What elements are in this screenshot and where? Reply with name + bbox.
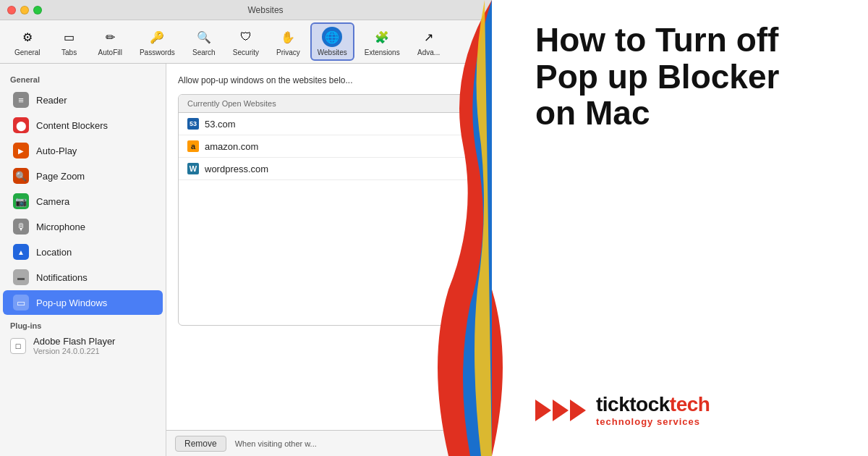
main-description: Allow pop-up windows on the websites bel… — [178, 75, 480, 85]
title-line3: on Mac — [535, 95, 839, 132]
sidebar-item-label-content: Content Blockers — [36, 120, 108, 131]
extensions-icon: 🧩 — [372, 27, 392, 47]
brand-arrow-2 — [553, 400, 569, 421]
toolbar-btn-passwords[interactable]: 🔑 Passwords — [132, 22, 182, 61]
search-icon: 🔍 — [194, 27, 214, 47]
passwords-icon: 🔑 — [147, 27, 167, 47]
minimize-button[interactable] — [20, 6, 29, 14]
table-empty-space — [179, 180, 480, 325]
table-row[interactable]: a amazon.com — [179, 135, 480, 158]
table-row[interactable]: W wordpress.com — [179, 158, 480, 180]
toolbar-btn-general[interactable]: ⚙ General — [7, 22, 48, 61]
site-name-amazon: amazon.com — [205, 141, 258, 152]
table-row[interactable]: 53 53.com — [179, 113, 480, 135]
toolbar-btn-search[interactable]: 🔍 Search — [185, 22, 223, 61]
svg-marker-0 — [535, 400, 551, 421]
sidebar-item-label-camera: Camera — [36, 196, 69, 207]
brand-text: ticktocktech technology services — [596, 393, 710, 427]
popup-icon: ▭ — [13, 295, 29, 311]
location-icon: ▲ — [13, 244, 29, 260]
general-section-label: General — [0, 71, 166, 87]
sidebar-item-reader[interactable]: ≡ Reader — [3, 88, 163, 112]
sidebar-item-label-reader: Reader — [36, 95, 67, 106]
toolbar-label-security: Security — [233, 48, 259, 56]
sidebar-item-location[interactable]: ▲ Location — [3, 240, 163, 264]
remove-button[interactable]: Remove — [175, 436, 226, 452]
general-icon: ⚙ — [17, 27, 38, 47]
toolbar-label-passwords: Passwords — [140, 48, 175, 56]
safari-window: Websites ⚙ General ▭ Tabs ✏ AutoFill 🔑 P… — [0, 0, 492, 456]
toolbar-label-search: Search — [192, 48, 216, 56]
sidebar-item-notifications[interactable]: ▬ Notifications — [3, 265, 163, 290]
toolbar-label-advanced: Adva... — [417, 48, 440, 56]
prefs-body: General ≡ Reader ⬤ Content Blockers ▶ Au… — [0, 64, 492, 456]
window-title: Websites — [46, 5, 485, 15]
toolbar: ⚙ General ▭ Tabs ✏ AutoFill 🔑 Passwords … — [0, 20, 492, 64]
site-favicon-amazon: a — [187, 140, 199, 152]
main-panel: Allow pop-up windows on the websites bel… — [166, 64, 492, 456]
sidebar-item-label-pagezoom: Page Zoom — [36, 171, 85, 182]
sidebar-item-pagezoom[interactable]: 🔍 Page Zoom — [3, 164, 163, 188]
autofill-icon: ✏ — [100, 27, 120, 47]
toolbar-btn-websites[interactable]: 🌐 Websites — [310, 22, 354, 61]
pagezoom-icon: 🔍 — [13, 168, 29, 184]
toolbar-btn-security[interactable]: 🛡 Security — [226, 22, 266, 61]
plugins-section-label: Plug-ins — [0, 316, 166, 333]
title-line2: Pop up Blocker — [535, 59, 839, 96]
svg-marker-2 — [570, 400, 586, 421]
advanced-icon: ↗ — [419, 27, 439, 47]
bg-curves-svg — [492, 0, 535, 456]
maximize-button[interactable] — [33, 6, 42, 14]
title-line1: How to Turn off — [535, 22, 839, 59]
websites-icon: 🌐 — [322, 27, 342, 47]
brand-area: ticktocktech technology services — [535, 393, 839, 427]
plugin-info: Adobe Flash Player Version 24.0.0.221 — [33, 336, 115, 355]
sidebar-item-label-location: Location — [36, 247, 72, 258]
sidebar-item-label-microphone: Microphone — [36, 221, 85, 232]
plugin-item-flash[interactable]: □ Adobe Flash Player Version 24.0.0.221 — [0, 333, 166, 358]
sidebar-item-label-notifications: Notifications — [36, 272, 88, 283]
brand-arrows — [535, 400, 586, 421]
sidebar-item-label-autoplay: Auto-Play — [36, 145, 77, 156]
notifications-icon: ▬ — [13, 269, 29, 285]
plugin-version: Version 24.0.0.221 — [33, 347, 115, 355]
site-name-wordpress: wordpress.com — [205, 164, 268, 174]
brand-arrow-1 — [535, 400, 551, 421]
tabs-icon: ▭ — [59, 27, 80, 47]
sidebar-item-label-popup: Pop-up Windows — [36, 297, 107, 308]
article-area: How to Turn off Pop up Blocker on Mac ti… — [492, 0, 868, 456]
toolbar-btn-extensions[interactable]: 🧩 Extensions — [357, 22, 407, 61]
camera-icon: 📷 — [13, 193, 29, 209]
content-blockers-icon: ⬤ — [13, 117, 29, 133]
sidebar-item-microphone[interactable]: 🎙 Microphone — [3, 214, 163, 239]
sidebar: General ≡ Reader ⬤ Content Blockers ▶ Au… — [0, 64, 166, 456]
site-name-53: 53.com — [205, 119, 236, 130]
toolbar-label-general: General — [14, 48, 41, 56]
brand-name-part2: tech — [670, 393, 710, 415]
flash-icon: □ — [10, 338, 26, 354]
toolbar-label-autofill: AutoFill — [98, 48, 122, 56]
sidebar-item-autoplay[interactable]: ▶ Auto-Play — [3, 138, 163, 163]
plugin-name: Adobe Flash Player — [33, 336, 115, 347]
site-favicon-53: 53 — [187, 118, 199, 130]
toolbar-btn-privacy[interactable]: ✋ Privacy — [269, 22, 307, 61]
bottom-bar: Remove When visiting other w... — [166, 430, 492, 456]
reader-icon: ≡ — [13, 92, 29, 108]
privacy-icon: ✋ — [278, 27, 298, 47]
microphone-icon: 🎙 — [13, 219, 29, 235]
toolbar-btn-tabs[interactable]: ▭ Tabs — [51, 22, 88, 61]
sidebar-item-content-blockers[interactable]: ⬤ Content Blockers — [3, 113, 163, 138]
close-button[interactable] — [7, 6, 16, 14]
brand-arrow-3 — [570, 400, 586, 421]
websites-table: Currently Open Websites 53 53.com a amaz… — [178, 94, 480, 326]
toolbar-label-privacy: Privacy — [276, 48, 300, 56]
table-header: Currently Open Websites — [179, 95, 480, 113]
autoplay-icon: ▶ — [13, 143, 29, 159]
brand-name: ticktocktech — [596, 393, 710, 416]
sidebar-item-popup[interactable]: ▭ Pop-up Windows — [3, 290, 163, 315]
toolbar-label-websites: Websites — [318, 48, 347, 56]
toolbar-btn-advanced[interactable]: ↗ Adva... — [410, 22, 448, 61]
site-favicon-wordpress: W — [187, 163, 199, 174]
toolbar-btn-autofill[interactable]: ✏ AutoFill — [91, 22, 129, 61]
sidebar-item-camera[interactable]: 📷 Camera — [3, 189, 163, 214]
